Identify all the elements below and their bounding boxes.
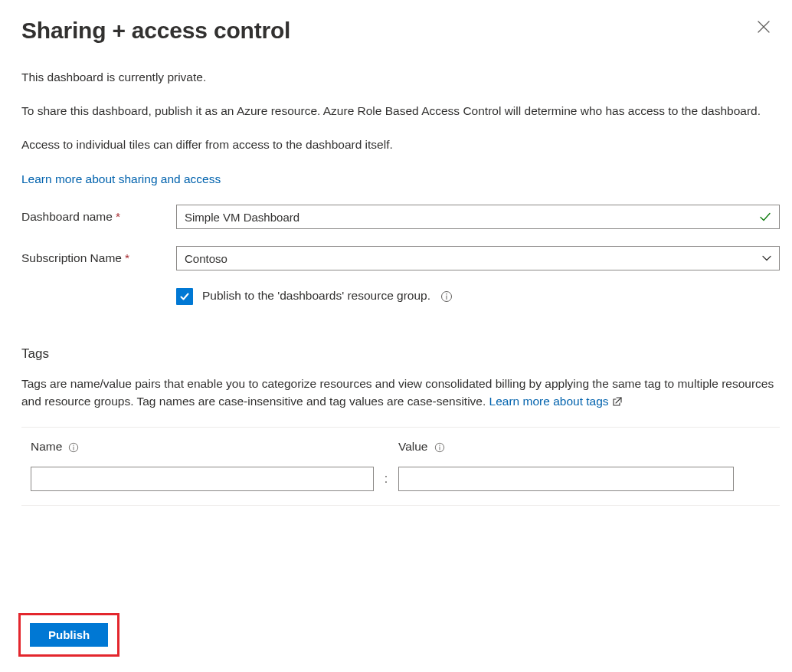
info-icon[interactable] bbox=[433, 441, 447, 454]
learn-more-sharing-link[interactable]: Learn more about sharing and access bbox=[21, 172, 221, 185]
publish-highlight-box: Publish bbox=[18, 613, 119, 657]
svg-line-5 bbox=[616, 398, 621, 403]
tags-description: Tags are name/value pairs that enable yo… bbox=[21, 375, 780, 410]
tags-name-column-header: Name bbox=[31, 438, 374, 455]
page-title: Sharing + access control bbox=[21, 14, 290, 48]
close-button[interactable] bbox=[752, 15, 775, 38]
intro-share: To share this dashboard, publish it as a… bbox=[21, 103, 780, 120]
table-row: : bbox=[31, 467, 771, 491]
intro-private: This dashboard is currently private. bbox=[21, 69, 780, 86]
svg-point-4 bbox=[446, 293, 447, 295]
dashboard-name-label: Dashboard name* bbox=[21, 208, 176, 225]
external-link-icon bbox=[612, 396, 623, 407]
learn-more-tags-link[interactable]: Learn more about tags bbox=[489, 395, 623, 408]
subscription-name-dropdown[interactable]: Contoso bbox=[176, 246, 780, 270]
tags-value-column-header: Value bbox=[398, 438, 734, 455]
intro-tiles: Access to individual tiles can differ fr… bbox=[21, 136, 780, 153]
tag-separator: : bbox=[374, 470, 398, 487]
publish-resource-group-checkbox[interactable] bbox=[176, 288, 193, 305]
tag-name-input[interactable] bbox=[31, 467, 374, 491]
publish-resource-group-label: Publish to the 'dashboards' resource gro… bbox=[202, 287, 430, 304]
close-icon bbox=[757, 25, 771, 36]
info-icon[interactable] bbox=[67, 441, 80, 454]
publish-button[interactable]: Publish bbox=[30, 623, 108, 647]
tags-heading: Tags bbox=[21, 345, 780, 364]
tag-value-input[interactable] bbox=[398, 467, 734, 491]
tags-table: Name Value bbox=[21, 427, 780, 505]
info-icon[interactable] bbox=[440, 290, 453, 303]
required-asterisk: * bbox=[116, 210, 120, 223]
required-asterisk: * bbox=[125, 251, 129, 264]
dashboard-name-input[interactable] bbox=[176, 205, 780, 229]
svg-point-11 bbox=[439, 444, 440, 445]
svg-point-8 bbox=[74, 444, 74, 445]
subscription-name-label: Subscription Name* bbox=[21, 250, 176, 267]
